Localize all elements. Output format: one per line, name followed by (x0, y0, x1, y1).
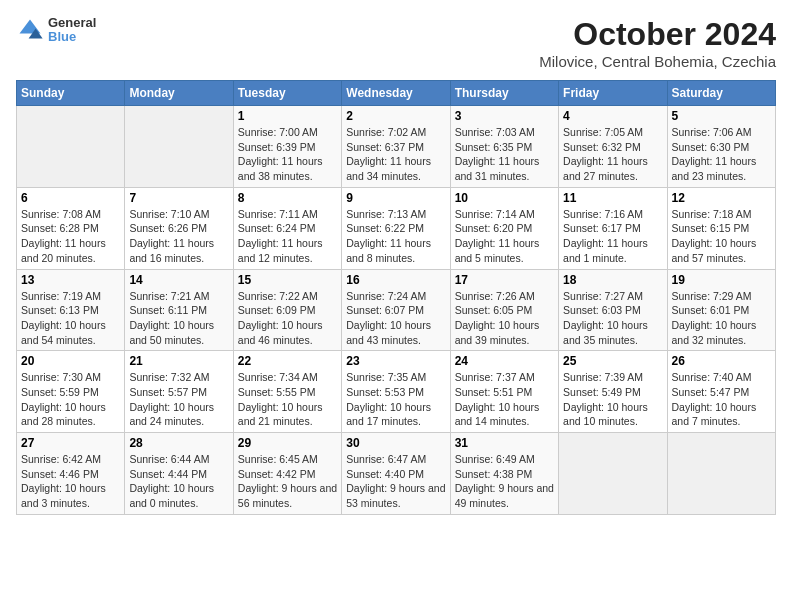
day-detail: Sunrise: 7:03 AMSunset: 6:35 PMDaylight:… (455, 125, 554, 184)
calendar-subtitle: Milovice, Central Bohemia, Czechia (539, 53, 776, 70)
day-detail: Sunrise: 7:37 AMSunset: 5:51 PMDaylight:… (455, 370, 554, 429)
calendar-cell: 3Sunrise: 7:03 AMSunset: 6:35 PMDaylight… (450, 106, 558, 188)
day-detail: Sunrise: 7:10 AMSunset: 6:26 PMDaylight:… (129, 207, 228, 266)
weekday-friday: Friday (559, 81, 667, 106)
weekday-thursday: Thursday (450, 81, 558, 106)
day-number: 18 (563, 273, 662, 287)
calendar-cell: 14Sunrise: 7:21 AMSunset: 6:11 PMDayligh… (125, 269, 233, 351)
calendar-header: SundayMondayTuesdayWednesdayThursdayFrid… (17, 81, 776, 106)
day-number: 4 (563, 109, 662, 123)
calendar-cell: 8Sunrise: 7:11 AMSunset: 6:24 PMDaylight… (233, 187, 341, 269)
day-detail: Sunrise: 7:22 AMSunset: 6:09 PMDaylight:… (238, 289, 337, 348)
calendar-cell: 29Sunrise: 6:45 AMSunset: 4:42 PMDayligh… (233, 433, 341, 515)
day-detail: Sunrise: 7:13 AMSunset: 6:22 PMDaylight:… (346, 207, 445, 266)
day-number: 22 (238, 354, 337, 368)
calendar-cell: 27Sunrise: 6:42 AMSunset: 4:46 PMDayligh… (17, 433, 125, 515)
calendar-cell: 19Sunrise: 7:29 AMSunset: 6:01 PMDayligh… (667, 269, 775, 351)
day-detail: Sunrise: 7:11 AMSunset: 6:24 PMDaylight:… (238, 207, 337, 266)
day-number: 23 (346, 354, 445, 368)
day-detail: Sunrise: 7:16 AMSunset: 6:17 PMDaylight:… (563, 207, 662, 266)
day-detail: Sunrise: 7:14 AMSunset: 6:20 PMDaylight:… (455, 207, 554, 266)
day-number: 13 (21, 273, 120, 287)
logo: General Blue (16, 16, 96, 45)
day-detail: Sunrise: 7:08 AMSunset: 6:28 PMDaylight:… (21, 207, 120, 266)
day-detail: Sunrise: 7:24 AMSunset: 6:07 PMDaylight:… (346, 289, 445, 348)
day-number: 8 (238, 191, 337, 205)
weekday-saturday: Saturday (667, 81, 775, 106)
calendar-cell (559, 433, 667, 515)
weekday-tuesday: Tuesday (233, 81, 341, 106)
calendar-cell (667, 433, 775, 515)
day-number: 28 (129, 436, 228, 450)
weekday-monday: Monday (125, 81, 233, 106)
calendar-cell: 12Sunrise: 7:18 AMSunset: 6:15 PMDayligh… (667, 187, 775, 269)
logo-text: General Blue (48, 16, 96, 45)
calendar-cell: 4Sunrise: 7:05 AMSunset: 6:32 PMDaylight… (559, 106, 667, 188)
day-number: 2 (346, 109, 445, 123)
calendar-week-4: 20Sunrise: 7:30 AMSunset: 5:59 PMDayligh… (17, 351, 776, 433)
day-number: 12 (672, 191, 771, 205)
weekday-header-row: SundayMondayTuesdayWednesdayThursdayFrid… (17, 81, 776, 106)
weekday-sunday: Sunday (17, 81, 125, 106)
day-number: 3 (455, 109, 554, 123)
calendar-table: SundayMondayTuesdayWednesdayThursdayFrid… (16, 80, 776, 515)
day-detail: Sunrise: 6:45 AMSunset: 4:42 PMDaylight:… (238, 452, 337, 511)
day-number: 19 (672, 273, 771, 287)
day-number: 6 (21, 191, 120, 205)
calendar-cell: 22Sunrise: 7:34 AMSunset: 5:55 PMDayligh… (233, 351, 341, 433)
calendar-cell: 15Sunrise: 7:22 AMSunset: 6:09 PMDayligh… (233, 269, 341, 351)
calendar-cell: 31Sunrise: 6:49 AMSunset: 4:38 PMDayligh… (450, 433, 558, 515)
day-detail: Sunrise: 7:18 AMSunset: 6:15 PMDaylight:… (672, 207, 771, 266)
calendar-week-5: 27Sunrise: 6:42 AMSunset: 4:46 PMDayligh… (17, 433, 776, 515)
day-number: 14 (129, 273, 228, 287)
weekday-wednesday: Wednesday (342, 81, 450, 106)
calendar-cell: 11Sunrise: 7:16 AMSunset: 6:17 PMDayligh… (559, 187, 667, 269)
day-detail: Sunrise: 7:05 AMSunset: 6:32 PMDaylight:… (563, 125, 662, 184)
calendar-cell: 21Sunrise: 7:32 AMSunset: 5:57 PMDayligh… (125, 351, 233, 433)
calendar-cell: 6Sunrise: 7:08 AMSunset: 6:28 PMDaylight… (17, 187, 125, 269)
day-number: 30 (346, 436, 445, 450)
day-number: 1 (238, 109, 337, 123)
day-detail: Sunrise: 7:39 AMSunset: 5:49 PMDaylight:… (563, 370, 662, 429)
calendar-cell: 26Sunrise: 7:40 AMSunset: 5:47 PMDayligh… (667, 351, 775, 433)
day-detail: Sunrise: 7:06 AMSunset: 6:30 PMDaylight:… (672, 125, 771, 184)
calendar-cell: 7Sunrise: 7:10 AMSunset: 6:26 PMDaylight… (125, 187, 233, 269)
calendar-cell (17, 106, 125, 188)
day-detail: Sunrise: 7:34 AMSunset: 5:55 PMDaylight:… (238, 370, 337, 429)
day-number: 15 (238, 273, 337, 287)
day-detail: Sunrise: 7:26 AMSunset: 6:05 PMDaylight:… (455, 289, 554, 348)
calendar-cell: 2Sunrise: 7:02 AMSunset: 6:37 PMDaylight… (342, 106, 450, 188)
calendar-cell: 20Sunrise: 7:30 AMSunset: 5:59 PMDayligh… (17, 351, 125, 433)
day-number: 11 (563, 191, 662, 205)
day-detail: Sunrise: 6:49 AMSunset: 4:38 PMDaylight:… (455, 452, 554, 511)
calendar-cell: 1Sunrise: 7:00 AMSunset: 6:39 PMDaylight… (233, 106, 341, 188)
logo-line2: Blue (48, 30, 96, 44)
day-number: 10 (455, 191, 554, 205)
day-number: 17 (455, 273, 554, 287)
day-detail: Sunrise: 7:40 AMSunset: 5:47 PMDaylight:… (672, 370, 771, 429)
logo-icon (16, 16, 44, 44)
calendar-cell: 30Sunrise: 6:47 AMSunset: 4:40 PMDayligh… (342, 433, 450, 515)
day-detail: Sunrise: 7:19 AMSunset: 6:13 PMDaylight:… (21, 289, 120, 348)
logo-line1: General (48, 16, 96, 30)
day-number: 5 (672, 109, 771, 123)
calendar-cell (125, 106, 233, 188)
calendar-cell: 5Sunrise: 7:06 AMSunset: 6:30 PMDaylight… (667, 106, 775, 188)
day-detail: Sunrise: 7:27 AMSunset: 6:03 PMDaylight:… (563, 289, 662, 348)
calendar-cell: 23Sunrise: 7:35 AMSunset: 5:53 PMDayligh… (342, 351, 450, 433)
calendar-cell: 17Sunrise: 7:26 AMSunset: 6:05 PMDayligh… (450, 269, 558, 351)
day-number: 29 (238, 436, 337, 450)
day-detail: Sunrise: 6:42 AMSunset: 4:46 PMDaylight:… (21, 452, 120, 511)
calendar-cell: 24Sunrise: 7:37 AMSunset: 5:51 PMDayligh… (450, 351, 558, 433)
calendar-cell: 18Sunrise: 7:27 AMSunset: 6:03 PMDayligh… (559, 269, 667, 351)
day-detail: Sunrise: 7:21 AMSunset: 6:11 PMDaylight:… (129, 289, 228, 348)
calendar-title: October 2024 (539, 16, 776, 53)
day-detail: Sunrise: 6:47 AMSunset: 4:40 PMDaylight:… (346, 452, 445, 511)
calendar-body: 1Sunrise: 7:00 AMSunset: 6:39 PMDaylight… (17, 106, 776, 515)
day-detail: Sunrise: 6:44 AMSunset: 4:44 PMDaylight:… (129, 452, 228, 511)
day-number: 21 (129, 354, 228, 368)
day-detail: Sunrise: 7:02 AMSunset: 6:37 PMDaylight:… (346, 125, 445, 184)
day-number: 24 (455, 354, 554, 368)
calendar-week-2: 6Sunrise: 7:08 AMSunset: 6:28 PMDaylight… (17, 187, 776, 269)
day-detail: Sunrise: 7:35 AMSunset: 5:53 PMDaylight:… (346, 370, 445, 429)
